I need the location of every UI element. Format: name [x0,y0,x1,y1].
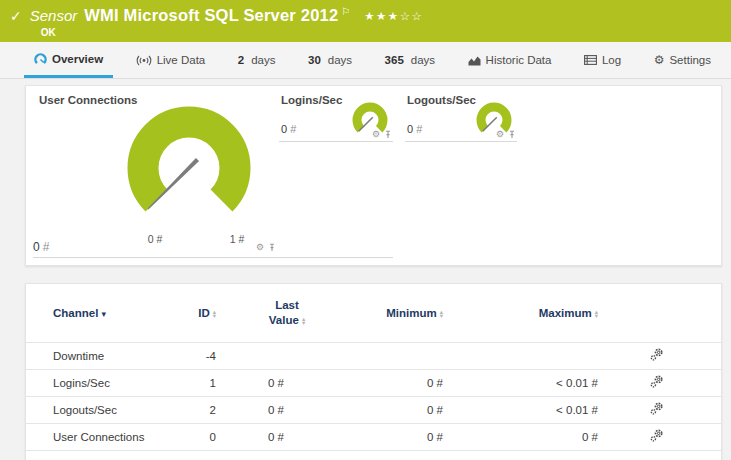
logins-gauge-title: Logins/Sec [281,94,342,106]
tab-label: Log [602,54,621,66]
status-check-icon: ✓ [10,8,22,24]
channel-minimum: 0 # [284,423,443,450]
channel-maximum: < 0.01 # [443,369,598,396]
tab-label: days [328,54,352,66]
channel-last-value: 0 # [216,423,284,450]
pin-icon[interactable] [384,130,392,139]
gauge-icon [34,53,47,65]
tab-bar: Overview Live Data 2 days 30 days 365 da… [0,42,731,79]
priority-stars[interactable]: ★★★☆☆ [364,9,423,23]
channel-minimum: 0 # [284,396,443,423]
sensor-header: ✓ Sensor WMI Microsoft SQL Server 2012 ⚐… [0,0,731,42]
main-gauge-value: 0# [33,240,49,254]
flag-icon: ⚐ [341,6,350,17]
channel-minimum: 0 # [284,369,443,396]
tab-log[interactable]: Log [574,42,631,78]
channels-panel: Channel▾ ID▴▾ Last Value▴▾ Minimum▴▾ Max… [25,283,722,460]
tab-historic-data[interactable]: Historic Data [458,42,562,78]
logouts-gauge-tile: Logouts/Sec 0# ⚙ [405,94,517,142]
gear-icon: ⚙ [654,54,665,66]
log-list-icon [584,55,597,65]
sort-icon: ▴▾ [440,310,443,318]
channel-settings-gears-icon[interactable] [650,348,663,363]
tab-settings[interactable]: ⚙ Settings [644,42,721,78]
sort-icon: ▴▾ [302,317,305,325]
tab-label: Historic Data [486,54,552,66]
pin-icon[interactable] [268,243,276,252]
channel-last-value: 0 # [216,369,284,396]
channel-name: Logouts/Sec [26,396,176,423]
gauge-scale-max: 1 # [222,233,252,245]
channel-maximum: < 0.01 # [443,396,598,423]
channel-settings-gears-icon[interactable] [650,429,663,444]
channel-minimum [284,342,443,369]
table-header-row: Channel▾ ID▴▾ Last Value▴▾ Minimum▴▾ Max… [26,284,721,342]
sensor-title: WMI Microsoft SQL Server 2012 [84,6,338,25]
gauge-scale-min: 0 # [140,233,170,245]
sort-desc-icon: ▾ [101,309,106,319]
tab-365-days[interactable]: 365 days [375,42,445,78]
tab-label: Overview [52,53,103,65]
channel-id: 1 [176,369,216,396]
channel-maximum [443,342,598,369]
channel-id: -4 [176,342,216,369]
column-header-maximum[interactable]: Maximum▴▾ [443,284,598,342]
logouts-gauge-value: 0# [407,123,422,135]
channel-name: Downtime [26,342,176,369]
area-chart-icon [468,55,481,66]
tab-overview[interactable]: Overview [24,42,113,78]
channel-settings-gears-icon[interactable] [650,402,663,417]
tab-label: days [411,54,435,66]
gauges-panel: User Connections 0 # 1 # 0# ⚙ Logins/Sec… [25,85,722,266]
logins-gauge-tile: Logins/Sec 0# ⚙ [279,94,393,142]
channel-last-value: 0 # [216,396,284,423]
tab-30-days[interactable]: 30 days [298,42,362,78]
main-gauge-actions: ⚙ [256,243,276,252]
divider [33,257,393,258]
channels-table: Channel▾ ID▴▾ Last Value▴▾ Minimum▴▾ Max… [26,284,721,460]
pin-icon[interactable] [508,130,516,139]
channel-id: 2 [176,396,216,423]
user-connections-gauge [119,104,259,228]
column-header-id[interactable]: ID▴▾ [176,284,216,342]
tab-label: Settings [669,54,711,66]
table-row: User Connections 0 0 # 0 # 0 # [26,423,721,450]
gauge-settings-gear-icon[interactable]: ⚙ [372,130,380,139]
logins-gauge-value: 0# [281,123,296,135]
gauge-settings-gear-icon[interactable]: ⚙ [256,243,264,252]
channel-settings-gears-icon[interactable] [650,375,663,390]
live-signal-icon [136,55,152,66]
tab-label: Live Data [157,54,206,66]
logouts-gauge-title: Logouts/Sec [407,94,476,106]
table-row: Logins/Sec 1 0 # 0 # < 0.01 # [26,369,721,396]
tab-2-days[interactable]: 2 days [228,42,286,78]
column-header-last-value[interactable]: Last Value▴▾ [216,284,284,342]
channel-name: User Connections [26,423,176,450]
channel-id: 0 [176,423,216,450]
status-badge: OK [41,27,424,38]
channel-name: Logins/Sec [26,369,176,396]
table-row: Logouts/Sec 2 0 # 0 # < 0.01 # [26,396,721,423]
table-row: Downtime -4 [26,342,721,369]
logouts-gauge-actions: ⚙ [496,130,516,139]
logins-gauge-actions: ⚙ [372,130,392,139]
channel-maximum: 0 # [443,423,598,450]
sort-icon: ▴▾ [213,310,216,318]
gauge-settings-gear-icon[interactable]: ⚙ [496,130,504,139]
tab-label: days [251,54,275,66]
channel-last-value [216,342,284,369]
column-header-channel[interactable]: Channel▾ [26,284,176,342]
table-row-filler [26,450,721,460]
sensor-kind-label: Sensor [30,7,78,24]
tab-live-data[interactable]: Live Data [126,42,216,78]
sort-icon: ▴▾ [595,310,598,318]
